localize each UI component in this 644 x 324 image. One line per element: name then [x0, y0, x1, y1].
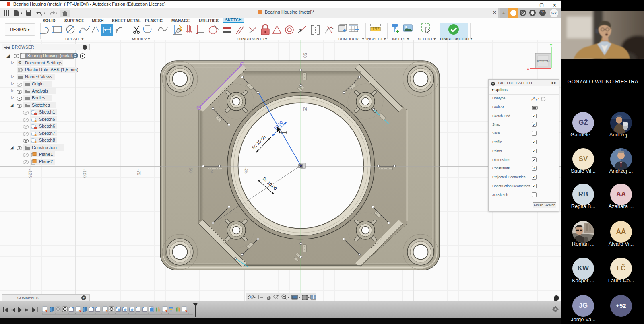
- svg-text:-75: -75: [136, 169, 141, 175]
- svg-text:Y: Y: [550, 43, 552, 47]
- svg-text:-125: -125: [28, 169, 33, 178]
- svg-text:-100: -100: [82, 169, 87, 178]
- svg-text:-50: -50: [188, 166, 193, 173]
- svg-text:50: 50: [303, 53, 308, 58]
- svg-text:BOTTOM: BOTTOM: [537, 60, 550, 63]
- svg-text:X: X: [527, 67, 529, 71]
- svg-text:-25: -25: [244, 167, 249, 174]
- svg-text:25: 25: [303, 107, 308, 111]
